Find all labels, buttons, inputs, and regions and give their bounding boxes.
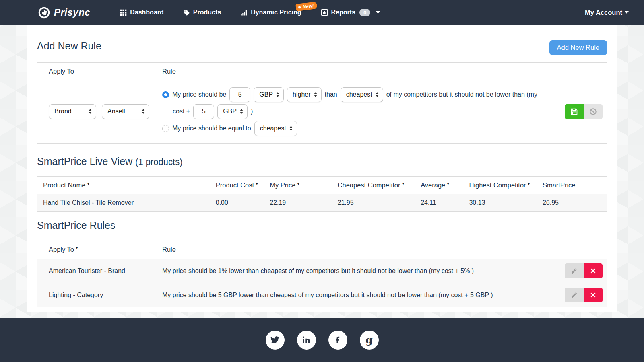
close-icon xyxy=(590,292,596,298)
nav-label: Reports xyxy=(331,9,355,16)
equal-comparator-select[interactable]: cheapest xyxy=(254,121,297,136)
nav-label: Products xyxy=(193,9,221,16)
delete-rule-button[interactable] xyxy=(584,288,603,302)
bar-chart-icon xyxy=(240,9,248,16)
nav-label: Dynamic Pricing xyxy=(251,9,301,16)
unit-value: GBP xyxy=(259,91,273,98)
col-highest-competitor[interactable]: Highest Competitor▼ xyxy=(463,177,537,194)
sort-icon: ▼ xyxy=(401,182,405,186)
sort-icon: ▼ xyxy=(87,182,90,186)
cell-average: 24.11 xyxy=(415,194,463,212)
comparator-select[interactable]: cheapest xyxy=(341,87,383,102)
close-icon xyxy=(590,268,596,274)
equal-comparator-value: cheapest xyxy=(260,125,286,132)
reports-count-badge: 0 xyxy=(359,9,371,16)
my-account-menu[interactable]: My Account xyxy=(585,9,629,16)
table-row: Hand Tile Chisel - Tile Remover 0.00 22.… xyxy=(37,194,607,212)
unit-select[interactable]: GBP xyxy=(254,87,284,102)
prisync-logo-icon xyxy=(38,6,50,19)
pencil-icon xyxy=(571,292,578,298)
direction-select[interactable]: higher xyxy=(287,87,321,102)
facebook-button[interactable] xyxy=(328,331,347,350)
cancel-rule-button[interactable] xyxy=(584,104,603,119)
form-col-rule: Rule xyxy=(162,68,176,75)
smart-rules-heading: SmartPrice Rules xyxy=(37,220,607,231)
nav-item-dashboard[interactable]: Dashboard xyxy=(120,9,164,16)
tag-icon xyxy=(183,9,190,16)
col-product-name[interactable]: Product Name▼ xyxy=(37,177,210,194)
sort-icon: ▼ xyxy=(527,182,530,186)
nav-item-dynamic-pricing[interactable]: Dynamic Pricing New! xyxy=(240,9,301,16)
cell-my-price: 22.19 xyxy=(264,194,332,212)
comparator-value: cheapest xyxy=(346,91,372,98)
add-rule-heading: Add New Rule xyxy=(37,40,101,52)
price-rule-radio-selected[interactable] xyxy=(162,91,169,98)
amount-input[interactable] xyxy=(229,87,250,102)
save-rule-button[interactable] xyxy=(565,104,584,119)
nav-item-reports[interactable]: Reports 0 xyxy=(321,9,380,16)
cancel-icon xyxy=(589,107,597,116)
nav-label: Dashboard xyxy=(130,9,164,16)
min-unit-value: GBP xyxy=(223,108,237,115)
sort-icon: ▼ xyxy=(255,182,258,186)
save-icon xyxy=(570,107,578,116)
top-navbar: Prisync Dashboard Products xyxy=(0,0,644,25)
apply-type-select[interactable]: Brand xyxy=(49,104,96,119)
min-amount-input[interactable] xyxy=(193,104,214,119)
brand-name: Prisync xyxy=(54,7,90,18)
col-average[interactable]: Average▼ xyxy=(415,177,463,194)
twitter-icon xyxy=(270,335,279,344)
cell-cheapest-competitor: 21.95 xyxy=(332,194,415,212)
rule-text: My price should be equal to xyxy=(172,125,251,132)
add-new-rule-button[interactable]: Add New Rule xyxy=(549,40,607,55)
rule-description: My price should be 1% lower than cheapes… xyxy=(162,267,565,275)
select-arrows-icon xyxy=(240,109,243,114)
google-button[interactable]: g xyxy=(360,331,379,350)
rule-text: of my competitors but it should not be l… xyxy=(386,91,537,98)
col-my-price[interactable]: My Price▼ xyxy=(264,177,332,194)
rules-col-apply-to[interactable]: Apply To▼ xyxy=(37,246,162,253)
rule-apply-to: American Tourister - Brand xyxy=(37,267,162,275)
select-arrows-icon xyxy=(289,126,293,131)
col-cheapest-competitor[interactable]: Cheapest Competitor▼ xyxy=(332,177,415,194)
new-badge: New! xyxy=(295,2,318,11)
sort-icon: ▼ xyxy=(446,182,450,186)
chevron-down-icon xyxy=(376,11,380,14)
apply-value-select[interactable]: Ansell xyxy=(102,104,149,119)
edit-rule-button[interactable] xyxy=(565,263,584,278)
nav-item-products[interactable]: Products xyxy=(183,9,221,16)
edit-rule-button[interactable] xyxy=(565,288,584,302)
grid-icon xyxy=(120,9,127,16)
rule-text: ) xyxy=(251,108,253,115)
rule-row: American Tourister - Brand My price shou… xyxy=(37,259,607,283)
twitter-button[interactable] xyxy=(266,331,285,350)
google-icon: g xyxy=(365,335,372,345)
apply-value-value: Ansell xyxy=(107,108,125,115)
linkedin-button[interactable] xyxy=(297,331,316,350)
linkedin-icon xyxy=(302,336,310,344)
live-view-table: Product Name▼ Product Cost▼ My Price▼ Ch… xyxy=(37,176,607,212)
select-arrows-icon xyxy=(89,109,92,114)
sort-icon: ▼ xyxy=(297,182,300,186)
facebook-icon xyxy=(334,336,342,344)
rule-text: My price should be xyxy=(172,91,226,98)
rule-text: cost + xyxy=(173,108,190,115)
prisync-logo[interactable]: Prisync xyxy=(38,6,90,19)
equal-rule-radio-unselected[interactable] xyxy=(162,125,169,132)
rules-col-rule: Rule xyxy=(162,246,607,253)
pencil-icon xyxy=(571,267,578,274)
chevron-down-icon xyxy=(625,11,629,14)
select-arrows-icon xyxy=(142,109,145,114)
live-view-count: (1 products) xyxy=(135,157,182,167)
col-product-cost[interactable]: Product Cost▼ xyxy=(210,177,264,194)
direction-value: higher xyxy=(293,91,310,98)
my-account-label: My Account xyxy=(585,9,622,16)
min-unit-select[interactable]: GBP xyxy=(217,104,248,119)
nav-items: Dashboard Products Dynamic Pricing New! xyxy=(120,9,380,16)
form-col-apply-to: Apply To xyxy=(37,68,162,75)
live-view-title: SmartPrice Live View xyxy=(37,156,132,167)
cell-highest-competitor: 30.13 xyxy=(463,194,537,212)
delete-rule-button[interactable] xyxy=(584,263,603,278)
rule-apply-to: Lighting - Category xyxy=(37,292,162,299)
col-smartprice: SmartPrice xyxy=(537,177,607,194)
